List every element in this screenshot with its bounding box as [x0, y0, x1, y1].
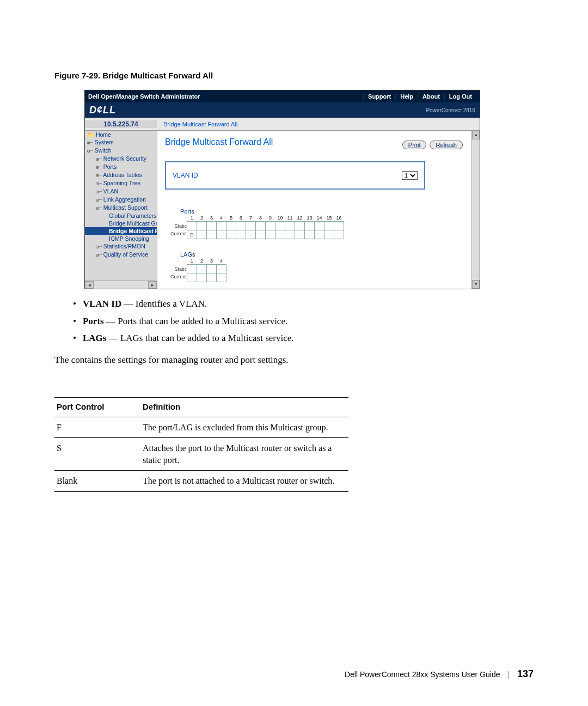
lags-static-label: Static — [165, 265, 187, 273]
nav-lagg[interactable]: Link Aggregation — [103, 196, 146, 203]
bullet-list: VLAN ID — Identifies a VLAN. Ports — Por… — [73, 297, 534, 345]
link-logout[interactable]: Log Out — [444, 93, 476, 100]
th-definition: Definition — [140, 398, 348, 417]
refresh-button[interactable]: Refresh — [430, 141, 463, 149]
nav-qos[interactable]: Quality of Service — [103, 251, 148, 258]
th-port-control: Port Control — [54, 398, 140, 417]
app-body: 📁 Home ⊞┈ System ⊟┈ Switch ⊞┈ Network Se… — [85, 131, 480, 289]
nav-vlan[interactable]: VLAN — [103, 188, 118, 194]
model-label: PowerConnect 2816 — [426, 107, 475, 113]
nav-mcast[interactable]: Multicast Support — [103, 204, 148, 211]
table-row: BlankThe port is not attached to a Multi… — [54, 471, 348, 492]
table-row: SAttaches the port to the Multicast rout… — [54, 438, 348, 471]
page: Figure 7-29. Bridge Multicast Forward Al… — [0, 0, 588, 706]
nav-rmon[interactable]: Statistics/RMON — [103, 243, 145, 249]
lags-static-row[interactable] — [187, 265, 226, 273]
page-footer: Dell PowerConnect 28xx Systems User Guid… — [345, 668, 534, 680]
nav-bmg[interactable]: Bridge Multicast Gro — [109, 220, 157, 227]
page-number: 137 — [517, 668, 534, 679]
nav-netsec[interactable]: Network Security — [103, 155, 146, 162]
nav-switch[interactable]: Switch — [95, 147, 112, 154]
print-button[interactable]: Print — [402, 141, 427, 149]
bullet-vlan: VLAN ID — Identifies a VLAN. — [73, 297, 534, 311]
bullet-lags: LAGs — LAGs that can be added to a Multi… — [73, 331, 534, 345]
nav-bmf[interactable]: Bridge Multicast Fo — [109, 228, 157, 234]
dell-logo-icon: D¢LL — [89, 105, 116, 116]
lags-grid-section: LAGs Static Current 1 2 3 4 — [165, 251, 464, 282]
scroll-down-icon[interactable]: ▾ — [472, 280, 480, 289]
scroll-left-icon[interactable]: ◂ — [85, 281, 94, 289]
ports-table: 12 34 56 78 910 1112 1314 1516 — [187, 215, 344, 239]
lags-table: 1 2 3 4 — [187, 258, 226, 282]
content-pane: Bridge Multicast Forward All Print Refre… — [157, 131, 471, 289]
nav-addr[interactable]: Address Tables — [103, 172, 142, 178]
scroll-up-icon[interactable]: ▴ — [472, 131, 480, 139]
nav-system[interactable]: System — [95, 139, 114, 145]
ports-header-row: 12 34 56 78 910 1112 1314 1516 — [187, 215, 344, 222]
app-titlebar: Dell OpenManage Switch Administrator Sup… — [85, 90, 480, 102]
ports-label: Ports — [180, 208, 464, 215]
sub-header: 10.5.225.74 Bridge Multicast Forward All — [85, 118, 480, 131]
lags-label: LAGs — [180, 251, 464, 258]
figure-caption: Figure 7-29. Bridge Multicast Forward Al… — [54, 71, 534, 80]
link-support[interactable]: Support — [363, 93, 395, 100]
lags-current-row[interactable] — [187, 273, 226, 282]
nav-igmp[interactable]: IGMP Snooping — [109, 235, 149, 242]
vlan-id-select[interactable]: 1 — [402, 171, 418, 180]
nav-global[interactable]: Global Parameters — [109, 212, 157, 219]
h-scrollbar[interactable]: ◂ ▸ — [85, 281, 157, 289]
footer-title: Dell PowerConnect 28xx Systems User Guid… — [345, 670, 500, 679]
ip-address: 10.5.225.74 — [85, 120, 157, 128]
table-row: F The port/LAG is excluded from this Mul… — [54, 417, 348, 438]
link-about[interactable]: About — [418, 93, 444, 100]
nav-home[interactable]: Home — [96, 131, 111, 138]
lags-current-label: Current — [165, 273, 187, 281]
definition-table: Port Control Definition F The port/LAG i… — [54, 397, 348, 492]
paragraph: The contains the settings for managing r… — [54, 353, 534, 367]
app-screenshot: Dell OpenManage Switch Administrator Sup… — [84, 90, 480, 289]
nav-tree[interactable]: 📁 Home ⊞┈ System ⊟┈ Switch ⊞┈ Network Se… — [85, 131, 157, 289]
port1-current-cell[interactable]: D — [187, 230, 197, 239]
row-current-label: Current — [165, 230, 187, 238]
vlan-id-label: VLAN ID — [173, 172, 198, 179]
nav-stp[interactable]: Spanning Tree — [103, 180, 140, 186]
v-scrollbar[interactable]: ▴ ▾ — [471, 131, 480, 289]
breadcrumb: Bridge Multicast Forward All — [157, 121, 237, 127]
ports-grid-section: Ports Static Current 12 34 56 78 — [165, 208, 464, 239]
bullet-ports: Ports — Ports that can be added to a Mul… — [73, 314, 534, 328]
vlan-form: VLAN ID 1 — [165, 161, 425, 190]
top-links: Support Help About Log Out — [363, 93, 476, 100]
ports-current-row[interactable]: D — [187, 230, 344, 239]
link-help[interactable]: Help — [395, 93, 418, 100]
brand-bar: D¢LL PowerConnect 2816 — [85, 102, 480, 118]
app-title: Dell OpenManage Switch Administrator — [88, 93, 363, 100]
ports-static-row[interactable] — [187, 222, 344, 230]
row-static-label: Static — [165, 222, 187, 230]
scroll-right-icon[interactable]: ▸ — [148, 281, 157, 289]
nav-ports[interactable]: Ports — [103, 163, 117, 170]
body-text: VLAN ID — Identifies a VLAN. Ports — Por… — [54, 297, 534, 492]
